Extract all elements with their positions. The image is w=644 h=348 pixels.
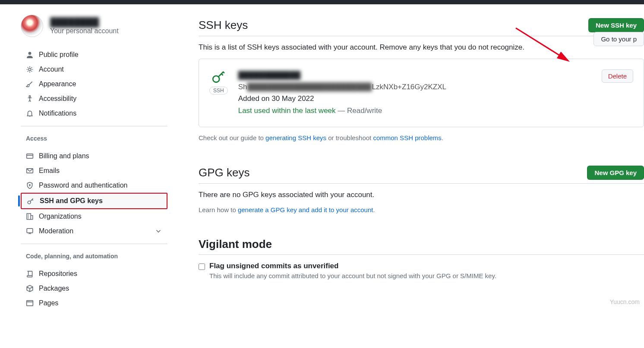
browser-icon xyxy=(26,299,34,307)
sidebar-item-organizations[interactable]: Organizations xyxy=(21,209,167,224)
svg-rect-10 xyxy=(27,301,33,306)
ssh-badge: SSH xyxy=(209,87,228,94)
ssh-help-text: Check out our guide to generating SSH ke… xyxy=(199,134,644,141)
sidebar-item-label: Emails xyxy=(39,167,60,175)
gear-icon xyxy=(26,66,34,73)
gpg-keys-title: GPG keys xyxy=(199,166,249,179)
svg-point-11 xyxy=(213,76,220,82)
username: ████████ xyxy=(50,17,119,27)
nav-divider xyxy=(21,244,167,244)
flag-unsigned-description: This will include any commit attributed … xyxy=(209,272,496,279)
svg-rect-4 xyxy=(27,154,33,158)
key-icon xyxy=(211,69,226,84)
new-gpg-key-button[interactable]: New GPG key xyxy=(587,166,644,180)
ssh-key-added-date: Added on 30 May 2022 xyxy=(238,93,591,104)
sidebar-item-label: Packages xyxy=(39,285,69,292)
sidebar-item-label: Organizations xyxy=(39,213,82,220)
sidebar-item-account[interactable]: Account xyxy=(21,62,167,77)
bell-icon xyxy=(26,110,34,117)
sidebar-item-appearance[interactable]: Appearance xyxy=(21,77,167,91)
nav-heading-access: Access xyxy=(21,132,167,145)
sidebar-item-label: Notifications xyxy=(39,110,76,117)
sidebar-item-label: Billing and plans xyxy=(39,152,89,160)
ssh-key-card: SSH ████████████ Sh█████████████████████… xyxy=(199,59,644,127)
sidebar-item-label: Moderation xyxy=(39,227,73,235)
report-icon xyxy=(26,227,34,235)
flag-unsigned-label: Flag unsigned commits as unverified xyxy=(209,262,496,270)
sidebar-item-label: Repositories xyxy=(39,270,77,278)
gpg-help-text: Learn how to generate a GPG key and add … xyxy=(199,206,644,213)
sidebar-item-pages[interactable]: Pages xyxy=(21,296,167,310)
svg-rect-9 xyxy=(27,229,33,233)
avatar[interactable] xyxy=(21,15,43,37)
sidebar: ████████ Your personal account Public pr… xyxy=(21,15,167,314)
nav-divider xyxy=(21,126,167,126)
shield-icon xyxy=(26,182,34,189)
generate-gpg-key-link[interactable]: generate a GPG key and add it to your ac… xyxy=(238,206,373,213)
generating-ssh-keys-link[interactable]: generating SSH keys xyxy=(265,134,326,141)
go-to-profile-button[interactable]: Go to your p xyxy=(593,32,644,46)
accessibility-icon xyxy=(26,95,34,103)
sidebar-item-ssh-gpg-keys[interactable]: SSH and GPG keys xyxy=(22,194,167,208)
sidebar-item-label: Appearance xyxy=(39,80,76,88)
org-icon xyxy=(26,213,34,220)
repo-icon xyxy=(26,270,34,278)
person-icon xyxy=(26,51,34,59)
ssh-keys-title: SSH keys xyxy=(199,19,248,32)
ssh-description: This is a list of SSH keys associated wi… xyxy=(199,43,644,52)
gpg-section: GPG keys New GPG key There are no GPG ke… xyxy=(199,162,644,213)
watermark: Yuucn.com xyxy=(610,298,640,305)
new-ssh-key-button[interactable]: New SSH key xyxy=(588,18,644,32)
vigilant-mode-title: Vigilant mode xyxy=(199,238,272,251)
sidebar-item-label: Pages xyxy=(39,299,58,307)
sidebar-item-notifications[interactable]: Notifications xyxy=(21,106,167,121)
sidebar-item-label: Public profile xyxy=(39,51,79,59)
svg-point-3 xyxy=(29,96,30,97)
main-content: SSH keys New SSH key This is a list of S… xyxy=(167,15,644,314)
sidebar-item-public-profile[interactable]: Public profile xyxy=(21,47,167,62)
chevron-down-icon xyxy=(155,227,162,235)
svg-point-6 xyxy=(29,185,30,185)
brush-icon xyxy=(26,80,34,88)
ssh-key-last-used: Last used within the last week xyxy=(238,107,336,115)
gpg-description: There are no GPG keys associated with yo… xyxy=(199,191,644,199)
account-subtitle: Your personal account xyxy=(50,27,119,35)
sidebar-item-moderation[interactable]: Moderation xyxy=(21,224,167,238)
key-icon xyxy=(27,197,35,205)
sidebar-item-label: SSH and GPG keys xyxy=(40,197,103,205)
sidebar-item-emails[interactable]: Emails xyxy=(21,163,167,178)
ssh-key-access: — Read/write xyxy=(336,107,382,115)
mail-icon xyxy=(26,167,34,175)
vigilant-section: Vigilant mode Flag unsigned commits as u… xyxy=(199,234,644,279)
profile-header: ████████ Your personal account xyxy=(21,15,167,37)
sidebar-item-repositories[interactable]: Repositories xyxy=(21,266,167,281)
package-icon xyxy=(26,285,34,292)
sidebar-item-label: Password and authentication xyxy=(39,182,127,189)
sidebar-item-billing[interactable]: Billing and plans xyxy=(21,149,167,163)
common-ssh-problems-link[interactable]: common SSH problems xyxy=(373,134,441,141)
sidebar-item-password[interactable]: Password and authentication xyxy=(21,178,167,193)
ssh-section: SSH keys New SSH key This is a list of S… xyxy=(199,15,644,141)
card-icon xyxy=(26,152,34,160)
top-bar xyxy=(0,0,644,4)
sidebar-item-accessibility[interactable]: Accessibility xyxy=(21,91,167,106)
sidebar-item-packages[interactable]: Packages xyxy=(21,281,167,296)
flag-unsigned-checkbox[interactable] xyxy=(199,263,205,270)
delete-ssh-key-button[interactable]: Delete xyxy=(602,69,633,83)
svg-point-2 xyxy=(28,68,31,71)
sidebar-item-label: Accessibility xyxy=(39,95,76,103)
sidebar-item-label: Account xyxy=(39,66,64,73)
ssh-key-title: ████████████ xyxy=(238,69,591,81)
ssh-key-fingerprint: Sh████████████████████████LzkNXb+Z16Gy2K… xyxy=(238,81,591,93)
highlight-box: SSH and GPG keys xyxy=(21,193,167,209)
nav-heading-code: Code, planning, and automation xyxy=(21,249,167,263)
